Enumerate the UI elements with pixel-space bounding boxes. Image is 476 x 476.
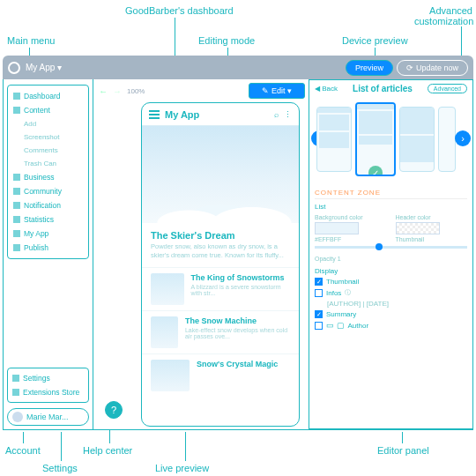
menu-settings[interactable]: Settings <box>11 371 86 385</box>
section-title: CONTENT ZONE <box>315 189 467 199</box>
store-icon <box>12 389 19 396</box>
thumbnail <box>151 316 178 348</box>
avatar-icon <box>12 412 23 422</box>
carousel-next-icon[interactable]: › <box>455 130 471 146</box>
redo-icon[interactable]: → <box>113 86 122 96</box>
menu-statistics[interactable]: Statistics <box>11 212 85 227</box>
info-format: [AUTHOR] | [DATE] <box>315 300 467 308</box>
phone-header: My App ⌕ ⋮ <box>142 103 299 126</box>
panel-title: List of articles <box>341 84 424 93</box>
color-swatch[interactable] <box>396 222 440 234</box>
account-name: Marie Mar... <box>26 413 69 421</box>
check-icon: ✓ <box>368 166 383 176</box>
gear-icon <box>12 375 19 382</box>
checkbox-thumbnail[interactable]: ✓Thumbnail <box>315 278 467 286</box>
advanced-button[interactable]: Advanced <box>428 84 467 93</box>
hex-value: #EFFBFF <box>315 236 387 242</box>
label-account: Account <box>5 445 41 456</box>
toolbar: ← → 100% ✎Edit ▾ <box>99 83 305 99</box>
field-label: Background color <box>315 214 387 220</box>
list-item[interactable]: Snow's Crystal Magic <box>142 353 299 397</box>
display-label: Display <box>315 267 467 275</box>
template-option[interactable]: Checkerboard <box>316 107 352 172</box>
menu-publish[interactable]: Publish <box>11 241 85 255</box>
article-subtitle: Powder snow, also known as dry snow, is … <box>142 242 299 267</box>
account-button[interactable]: Marie Mar... <box>7 408 89 426</box>
search-icon[interactable]: ⌕ <box>274 110 279 119</box>
template-option-selected[interactable]: ✓Une Classic <box>355 102 396 176</box>
opacity-label: Opacity 1 <box>315 256 467 262</box>
back-button[interactable]: ◀ Back <box>315 85 338 93</box>
submenu-comments[interactable]: Comments <box>11 144 85 157</box>
menu-myapp[interactable]: My App <box>11 227 85 241</box>
hamburger-icon[interactable] <box>149 110 160 119</box>
menu-business[interactable]: Business <box>11 170 85 184</box>
checkbox-infos[interactable]: Infos ⓘ <box>315 288 467 297</box>
label-editing-mode: Editing mode <box>198 35 255 46</box>
label-main-menu: Main menu <box>7 35 55 46</box>
color-swatch[interactable] <box>315 222 359 234</box>
topbar: My App ▾ Preview ⟳Update now <box>3 56 473 79</box>
menu-notification[interactable]: Notification <box>11 198 85 212</box>
template-option[interactable] <box>438 107 456 172</box>
list-item[interactable]: The Snow MachineLake-effect snow develop… <box>142 310 299 353</box>
more-icon[interactable]: ⋮ <box>284 110 292 119</box>
content-icon <box>13 107 20 114</box>
thumbnail <box>151 360 190 391</box>
opacity-slider[interactable] <box>315 246 467 249</box>
menu-dashboard[interactable]: Dashboard <box>11 89 85 103</box>
template-option[interactable]: Immersive <box>399 107 435 172</box>
zoom-level[interactable]: 100% <box>127 87 145 95</box>
main-menu: Dashboard Content Add Screenshot Comment… <box>7 85 89 259</box>
submenu-screenshot[interactable]: Screenshot <box>11 130 85 144</box>
edit-button[interactable]: ✎Edit ▾ <box>249 83 305 99</box>
logo-icon <box>8 62 20 74</box>
label-help: Help center <box>83 445 132 456</box>
phone-title: My App <box>165 109 269 120</box>
dashboard: Dashboard Content Add Screenshot Comment… <box>3 79 473 430</box>
label-live-preview: Live preview <box>155 463 209 473</box>
menu-extensions[interactable]: Extensions Store <box>11 385 86 399</box>
article-title[interactable]: The Skier's Dream <box>142 223 299 242</box>
label-editor-panel: Editor panel <box>377 445 429 456</box>
editor-panel: ◀ Back List of articles Advanced ‹ Check… <box>309 79 472 429</box>
pencil-icon: ✎ <box>262 86 269 95</box>
submenu-trash[interactable]: Trash Can <box>11 157 85 170</box>
update-button[interactable]: ⟳Update now <box>397 60 468 76</box>
preview-button[interactable]: Preview <box>346 60 393 76</box>
bottom-menu: Settings Extensions Store <box>7 368 89 403</box>
thumbnail <box>151 273 184 305</box>
hero-image <box>142 126 299 223</box>
menu-content[interactable]: Content <box>11 103 85 117</box>
label-device-preview: Device preview <box>342 35 408 46</box>
field-label: Header color <box>396 214 468 220</box>
sidebar: Dashboard Content Add Screenshot Comment… <box>4 79 93 429</box>
checkbox-author[interactable]: ▭ ▢Author <box>315 321 467 330</box>
menu-community[interactable]: Community <box>11 184 85 198</box>
undo-icon[interactable]: ← <box>99 86 108 96</box>
th-label: Thumbnail <box>396 236 468 242</box>
label-advanced: Advanced customization <box>414 5 472 26</box>
template-carousel: ‹ Checkerboard ✓Une Classic Immersive › <box>315 97 467 182</box>
list-item[interactable]: The King of SnowstormsA blizzard is a se… <box>142 267 299 310</box>
app-selector[interactable]: My App ▾ <box>26 63 62 72</box>
checkbox-summary[interactable]: ✓Summary <box>315 310 467 318</box>
label-settings: Settings <box>42 463 78 473</box>
label-dashboard: GoodBarber's dashboard <box>125 5 234 16</box>
submenu-add[interactable]: Add <box>11 117 85 130</box>
live-preview: My App ⌕ ⋮ The Skier's Dream Powder snow… <box>141 102 300 427</box>
dashboard-icon <box>13 93 20 100</box>
list-label: List <box>315 203 467 211</box>
help-button[interactable]: ? <box>105 401 123 419</box>
